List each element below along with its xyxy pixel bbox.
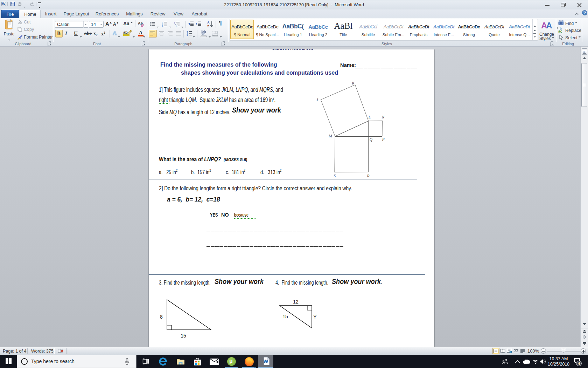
svg-text:W: W bbox=[264, 359, 268, 364]
svg-text:15: 15 bbox=[181, 333, 186, 339]
svg-text:A: A bbox=[207, 20, 210, 24]
svg-text:Q: Q bbox=[370, 137, 373, 142]
svg-text:S: S bbox=[334, 174, 336, 178]
svg-text:i: i bbox=[176, 25, 176, 27]
svg-text:12: 12 bbox=[293, 299, 299, 305]
svg-text:J: J bbox=[316, 98, 318, 102]
svg-text:15: 15 bbox=[282, 314, 288, 319]
svg-text:L: L bbox=[368, 115, 371, 119]
svg-text:N: N bbox=[382, 115, 385, 119]
svg-text:8: 8 bbox=[160, 314, 163, 320]
svg-text:K: K bbox=[351, 81, 355, 85]
svg-text:R: R bbox=[366, 174, 369, 178]
svg-text:Z: Z bbox=[207, 24, 209, 28]
svg-text:P: P bbox=[382, 137, 385, 142]
svg-text:M: M bbox=[328, 134, 332, 138]
svg-text:3: 3 bbox=[162, 25, 163, 27]
svg-text:Y: Y bbox=[313, 314, 317, 320]
